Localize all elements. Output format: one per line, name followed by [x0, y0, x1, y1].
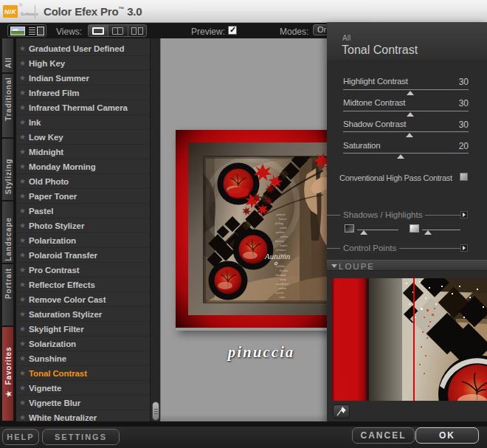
svg-text:amber: amber — [280, 235, 289, 238]
svg-text:russet: russet — [279, 252, 287, 256]
svg-text:ember: ember — [279, 286, 287, 290]
svg-text:cider: cider — [279, 295, 286, 299]
svg-text:golden: golden — [276, 230, 284, 234]
svg-text:scarlet: scarlet — [275, 291, 284, 294]
svg-text:chestnut: chestnut — [275, 273, 286, 277]
svg-text:harvest: harvest — [275, 239, 285, 243]
svg-text:crimson: crimson — [276, 248, 286, 252]
svg-text:woodland: woodland — [276, 282, 289, 286]
svg-text:misty: misty — [280, 278, 286, 281]
svg-text:autumn: autumn — [276, 213, 286, 216]
svg-text:Autumn: Autumn — [264, 252, 291, 261]
svg-text:winds: winds — [280, 226, 287, 230]
svg-text:falling: falling — [275, 221, 283, 225]
svg-text:leaves: leaves — [279, 217, 287, 221]
svg-text:bronze: bronze — [280, 269, 288, 272]
svg-text:maple: maple — [280, 244, 287, 247]
